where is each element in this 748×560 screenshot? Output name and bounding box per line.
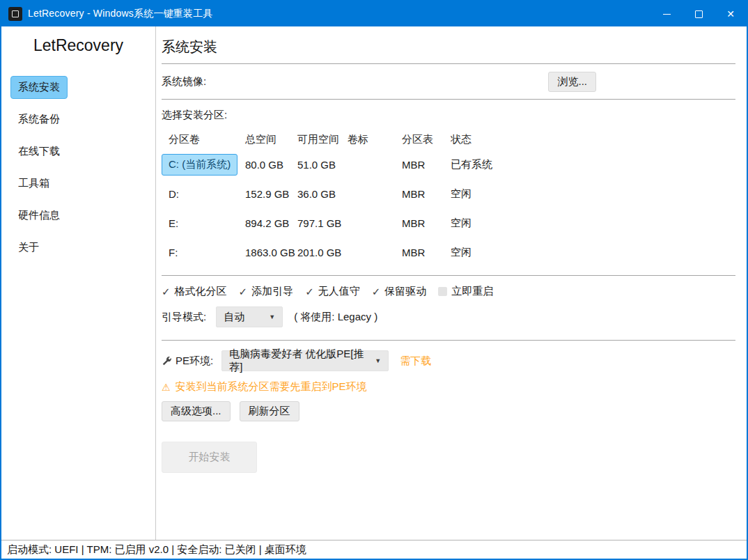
pe-env-row: PE环境: 电脑病毒爱好者 优化版PE[推荐] ▼ 需下载 bbox=[162, 350, 735, 371]
col-status: 状态 bbox=[451, 133, 735, 146]
sidebar-item-system-backup[interactable]: 系统备份 bbox=[10, 108, 68, 131]
divider bbox=[162, 99, 735, 100]
checkbox-label: 格式化分区 bbox=[175, 285, 227, 298]
checkbox-format-partition[interactable]: ✓ 格式化分区 bbox=[162, 285, 227, 298]
close-icon: ✕ bbox=[726, 8, 735, 20]
boot-mode-hint: ( 将使用: Legacy ) bbox=[294, 311, 377, 324]
pe-warning-text: 安装到当前系统分区需要先重启到PE环境 bbox=[176, 380, 367, 394]
status-text: 启动模式: UEFI | TPM: 已启用 v2.0 | 安全启动: 已关闭 |… bbox=[7, 543, 306, 557]
window-title: LetRecovery - Windows系统一键重装工具 bbox=[28, 8, 213, 20]
boot-mode-value: 自动 bbox=[224, 311, 244, 324]
pe-warning-row: ⚠ 安装到当前系统分区需要先重启到PE环境 bbox=[162, 380, 735, 394]
cell-status: 已有系统 bbox=[451, 158, 735, 171]
col-volume: 分区卷 bbox=[162, 133, 245, 146]
chevron-down-icon: ▼ bbox=[260, 313, 275, 320]
cell-status: 空闲 bbox=[451, 187, 735, 201]
checkbox-checked-icon: ✓ bbox=[239, 286, 248, 297]
cell-ptable: MBR bbox=[402, 217, 451, 229]
status-bar: 启动模式: UEFI | TPM: 已启用 v2.0 | 安全启动: 已关闭 |… bbox=[1, 540, 747, 559]
partition-button-e[interactable]: E: bbox=[162, 217, 245, 229]
cell-free: 797.1 GB bbox=[297, 217, 348, 229]
cell-ptable: MBR bbox=[402, 159, 451, 171]
divider bbox=[162, 340, 735, 341]
checkbox-keep-drivers[interactable]: ✓ 保留驱动 bbox=[372, 285, 427, 298]
table-row-c: C: (当前系统) 80.0 GB 51.0 GB MBR 已有系统 bbox=[162, 150, 735, 179]
checkbox-checked-icon: ✓ bbox=[372, 286, 381, 297]
pe-env-dropdown[interactable]: 电脑病毒爱好者 优化版PE[推荐] ▼ bbox=[221, 350, 389, 371]
window-controls: ✕ bbox=[650, 1, 747, 26]
checkbox-add-boot[interactable]: ✓ 添加引导 bbox=[239, 285, 294, 298]
divider bbox=[162, 275, 735, 276]
cell-total: 152.9 GB bbox=[245, 188, 297, 200]
table-row-d: D: 152.9 GB 36.0 GB MBR 空闲 bbox=[162, 179, 735, 208]
page-title: 系统安装 bbox=[162, 38, 735, 56]
cell-ptable: MBR bbox=[402, 188, 451, 200]
col-vlabel: 卷标 bbox=[348, 133, 402, 146]
main-panel: 系统安装 系统镜像: 浏览... 选择安装分区: 分区卷 总空间 可用空间 卷标… bbox=[156, 26, 747, 540]
partition-table: 分区卷 总空间 可用空间 卷标 分区表 状态 C: (当前系统) 80.0 GB… bbox=[162, 129, 735, 267]
app-icon bbox=[8, 7, 22, 21]
cell-total: 80.0 GB bbox=[245, 159, 297, 171]
close-button[interactable]: ✕ bbox=[715, 1, 747, 26]
checkbox-label: 立即重启 bbox=[451, 285, 493, 298]
sidebar-item-online-download[interactable]: 在线下载 bbox=[10, 140, 68, 163]
cell-free: 201.0 GB bbox=[297, 247, 348, 258]
partition-table-header: 分区卷 总空间 可用空间 卷标 分区表 状态 bbox=[162, 129, 735, 150]
table-row-f: F: 1863.0 GB 201.0 GB MBR 空闲 bbox=[162, 238, 735, 267]
checkbox-label: 添加引导 bbox=[251, 285, 293, 298]
checkbox-checked-icon: ✓ bbox=[162, 286, 171, 297]
sidebar-item-toolbox[interactable]: 工具箱 bbox=[10, 172, 57, 195]
cell-status: 空闲 bbox=[451, 246, 735, 259]
checkbox-unchecked-icon bbox=[438, 287, 447, 296]
brand-title: LetRecovery bbox=[1, 36, 155, 55]
pe-env-value: 电脑病毒爱好者 优化版PE[推荐] bbox=[229, 348, 366, 374]
pe-env-label: PE环境: bbox=[176, 355, 213, 368]
advanced-options-button[interactable]: 高级选项... bbox=[162, 401, 231, 421]
partition-button-d[interactable]: D: bbox=[162, 188, 245, 200]
checkbox-label: 无人值守 bbox=[318, 285, 360, 298]
options-row: ✓ 格式化分区 ✓ 添加引导 ✓ 无人值守 ✓ 保留驱动 立即重启 bbox=[162, 285, 735, 298]
cell-total: 1863.0 GB bbox=[245, 247, 297, 258]
minimize-button[interactable] bbox=[650, 1, 683, 26]
system-image-label: 系统镜像: bbox=[162, 75, 206, 88]
pe-download-hint: 需下载 bbox=[400, 355, 431, 368]
system-image-row: 系统镜像: 浏览... bbox=[162, 64, 735, 99]
cell-total: 894.2 GB bbox=[245, 217, 297, 229]
warning-icon: ⚠ bbox=[162, 382, 171, 393]
col-free: 可用空间 bbox=[297, 133, 348, 146]
minimize-icon bbox=[663, 14, 671, 15]
maximize-icon bbox=[695, 10, 703, 18]
refresh-partitions-button[interactable]: 刷新分区 bbox=[240, 401, 299, 421]
sidebar-item-system-install[interactable]: 系统安装 bbox=[10, 76, 68, 99]
col-ptable: 分区表 bbox=[402, 133, 451, 146]
partition-section-label: 选择安装分区: bbox=[162, 109, 735, 122]
col-total: 总空间 bbox=[245, 133, 297, 146]
start-install-button[interactable]: 开始安装 bbox=[162, 442, 257, 473]
wrench-icon bbox=[162, 356, 172, 366]
boot-mode-row: 引导模式: 自动 ▼ ( 将使用: Legacy ) bbox=[162, 306, 735, 327]
checkbox-checked-icon: ✓ bbox=[305, 286, 314, 297]
cell-free: 36.0 GB bbox=[297, 188, 348, 200]
partition-button-f[interactable]: F: bbox=[162, 247, 245, 258]
title-bar: LetRecovery - Windows系统一键重装工具 ✕ bbox=[1, 1, 747, 26]
checkbox-unattended[interactable]: ✓ 无人值守 bbox=[305, 285, 360, 298]
cell-ptable: MBR bbox=[402, 247, 451, 258]
sidebar-item-about[interactable]: 关于 bbox=[10, 236, 47, 259]
checkbox-reboot-now[interactable]: 立即重启 bbox=[438, 285, 493, 298]
boot-mode-label: 引导模式: bbox=[162, 311, 206, 324]
cell-status: 空闲 bbox=[451, 217, 735, 230]
sidebar-menu: 系统安装 系统备份 在线下载 工具箱 硬件信息 关于 bbox=[1, 76, 155, 268]
chevron-down-icon: ▼ bbox=[366, 357, 381, 364]
sidebar-item-hardware-info[interactable]: 硬件信息 bbox=[10, 204, 68, 227]
partition-button-c[interactable]: C: (当前系统) bbox=[162, 154, 237, 176]
table-row-e: E: 894.2 GB 797.1 GB MBR 空闲 bbox=[162, 208, 735, 238]
maximize-button[interactable] bbox=[683, 1, 715, 26]
app-window: LetRecovery - Windows系统一键重装工具 ✕ LetRecov… bbox=[0, 0, 748, 560]
action-buttons-row: 高级选项... 刷新分区 bbox=[162, 401, 735, 421]
checkbox-label: 保留驱动 bbox=[384, 285, 426, 298]
boot-mode-dropdown[interactable]: 自动 ▼ bbox=[216, 306, 283, 327]
cell-free: 51.0 GB bbox=[297, 159, 348, 171]
browse-button[interactable]: 浏览... bbox=[548, 72, 596, 92]
sidebar: LetRecovery 系统安装 系统备份 在线下载 工具箱 硬件信息 关于 bbox=[1, 26, 156, 540]
